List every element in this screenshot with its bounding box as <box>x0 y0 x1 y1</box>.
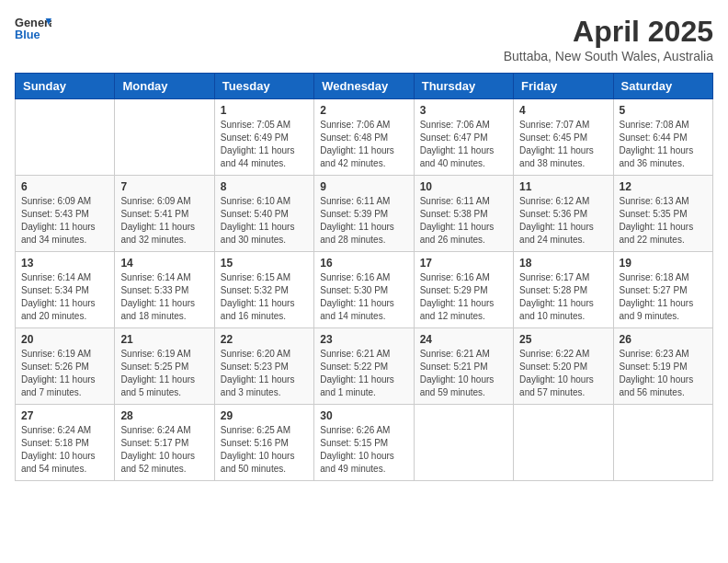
day-info: Sunrise: 6:14 AM Sunset: 5:33 PM Dayligh… <box>120 271 208 323</box>
day-info: Sunrise: 6:14 AM Sunset: 5:34 PM Dayligh… <box>21 271 108 323</box>
calendar-cell: 18Sunrise: 6:17 AM Sunset: 5:28 PM Dayli… <box>514 252 613 328</box>
location: Buttaba, New South Wales, Australia <box>504 49 713 63</box>
calendar-table: SundayMondayTuesdayWednesdayThursdayFrid… <box>15 73 713 481</box>
day-header-tuesday: Tuesday <box>214 74 313 99</box>
calendar-cell: 7Sunrise: 6:09 AM Sunset: 5:41 PM Daylig… <box>115 176 214 252</box>
day-number: 2 <box>320 104 407 117</box>
day-info: Sunrise: 7:06 AM Sunset: 6:47 PM Dayligh… <box>420 119 507 170</box>
day-info: Sunrise: 7:06 AM Sunset: 6:48 PM Dayligh… <box>320 119 407 170</box>
calendar-cell: 28Sunrise: 6:24 AM Sunset: 5:17 PM Dayli… <box>115 405 214 481</box>
day-number: 11 <box>519 180 607 193</box>
day-number: 12 <box>620 180 707 193</box>
day-number: 23 <box>320 333 407 346</box>
day-info: Sunrise: 7:08 AM Sunset: 6:44 PM Dayligh… <box>620 119 707 170</box>
day-number: 14 <box>120 257 208 270</box>
day-info: Sunrise: 6:17 AM Sunset: 5:28 PM Dayligh… <box>519 271 607 323</box>
calendar-cell: 12Sunrise: 6:13 AM Sunset: 5:35 PM Dayli… <box>613 176 712 252</box>
day-header-sunday: Sunday <box>16 74 115 99</box>
day-header-friday: Friday <box>514 74 613 99</box>
day-info: Sunrise: 6:16 AM Sunset: 5:30 PM Dayligh… <box>320 271 407 323</box>
day-number: 6 <box>21 180 108 193</box>
day-number: 26 <box>620 333 707 346</box>
calendar-cell: 25Sunrise: 6:22 AM Sunset: 5:20 PM Dayli… <box>514 328 613 405</box>
day-header-saturday: Saturday <box>613 74 712 99</box>
day-number: 28 <box>120 409 208 422</box>
day-number: 7 <box>120 180 208 193</box>
day-number: 20 <box>21 333 108 346</box>
calendar-cell: 6Sunrise: 6:09 AM Sunset: 5:43 PM Daylig… <box>16 176 115 252</box>
calendar-cell: 27Sunrise: 6:24 AM Sunset: 5:18 PM Dayli… <box>16 405 115 481</box>
calendar-cell: 21Sunrise: 6:19 AM Sunset: 5:25 PM Dayli… <box>115 328 214 405</box>
day-info: Sunrise: 6:19 AM Sunset: 5:25 PM Dayligh… <box>120 348 208 399</box>
day-number: 15 <box>221 257 308 270</box>
calendar-week-row: 20Sunrise: 6:19 AM Sunset: 5:26 PM Dayli… <box>16 328 713 405</box>
day-header-wednesday: Wednesday <box>314 74 414 99</box>
month-year: April 2025 <box>504 15 713 49</box>
day-info: Sunrise: 6:21 AM Sunset: 5:21 PM Dayligh… <box>420 348 507 399</box>
day-number: 5 <box>620 104 707 117</box>
calendar-cell: 23Sunrise: 6:21 AM Sunset: 5:22 PM Dayli… <box>314 328 414 405</box>
calendar-cell: 22Sunrise: 6:20 AM Sunset: 5:23 PM Dayli… <box>214 328 313 405</box>
day-number: 9 <box>320 180 407 193</box>
day-info: Sunrise: 6:15 AM Sunset: 5:32 PM Dayligh… <box>221 271 308 323</box>
day-number: 10 <box>420 180 507 193</box>
day-number: 24 <box>420 333 507 346</box>
day-info: Sunrise: 7:07 AM Sunset: 6:45 PM Dayligh… <box>519 119 607 170</box>
day-info: Sunrise: 6:24 AM Sunset: 5:18 PM Dayligh… <box>21 424 108 476</box>
day-info: Sunrise: 6:21 AM Sunset: 5:22 PM Dayligh… <box>320 348 407 399</box>
calendar-cell: 15Sunrise: 6:15 AM Sunset: 5:32 PM Dayli… <box>214 252 313 328</box>
calendar-cell: 9Sunrise: 6:11 AM Sunset: 5:39 PM Daylig… <box>314 176 414 252</box>
page-header: General Blue April 2025 Buttaba, New Sou… <box>15 15 713 63</box>
calendar-cell: 26Sunrise: 6:23 AM Sunset: 5:19 PM Dayli… <box>613 328 712 405</box>
day-info: Sunrise: 6:20 AM Sunset: 5:23 PM Dayligh… <box>221 348 308 399</box>
day-info: Sunrise: 6:19 AM Sunset: 5:26 PM Dayligh… <box>21 348 108 399</box>
calendar-cell: 4Sunrise: 7:07 AM Sunset: 6:45 PM Daylig… <box>514 99 613 176</box>
calendar-cell: 5Sunrise: 7:08 AM Sunset: 6:44 PM Daylig… <box>613 99 712 176</box>
day-info: Sunrise: 6:24 AM Sunset: 5:17 PM Dayligh… <box>120 424 208 476</box>
calendar-cell: 11Sunrise: 6:12 AM Sunset: 5:36 PM Dayli… <box>514 176 613 252</box>
calendar-header-row: SundayMondayTuesdayWednesdayThursdayFrid… <box>16 74 713 99</box>
svg-text:Blue: Blue <box>15 28 40 40</box>
logo-icon: General Blue <box>15 15 51 40</box>
day-number: 16 <box>320 257 407 270</box>
day-info: Sunrise: 6:16 AM Sunset: 5:29 PM Dayligh… <box>420 271 507 323</box>
day-header-thursday: Thursday <box>414 74 513 99</box>
calendar-cell: 17Sunrise: 6:16 AM Sunset: 5:29 PM Dayli… <box>414 252 513 328</box>
calendar-week-row: 13Sunrise: 6:14 AM Sunset: 5:34 PM Dayli… <box>16 252 713 328</box>
day-info: Sunrise: 6:26 AM Sunset: 5:15 PM Dayligh… <box>320 424 407 476</box>
calendar-cell: 2Sunrise: 7:06 AM Sunset: 6:48 PM Daylig… <box>314 99 414 176</box>
calendar-cell: 19Sunrise: 6:18 AM Sunset: 5:27 PM Dayli… <box>613 252 712 328</box>
calendar-week-row: 27Sunrise: 6:24 AM Sunset: 5:18 PM Dayli… <box>16 405 713 481</box>
calendar-cell: 24Sunrise: 6:21 AM Sunset: 5:21 PM Dayli… <box>414 328 513 405</box>
logo: General Blue <box>15 15 51 40</box>
calendar-cell <box>613 405 712 481</box>
calendar-cell: 20Sunrise: 6:19 AM Sunset: 5:26 PM Dayli… <box>16 328 115 405</box>
calendar-cell: 10Sunrise: 6:11 AM Sunset: 5:38 PM Dayli… <box>414 176 513 252</box>
calendar-cell: 16Sunrise: 6:16 AM Sunset: 5:30 PM Dayli… <box>314 252 414 328</box>
calendar-week-row: 1Sunrise: 7:05 AM Sunset: 6:49 PM Daylig… <box>16 99 713 176</box>
day-number: 21 <box>120 333 208 346</box>
day-number: 19 <box>620 257 707 270</box>
day-number: 13 <box>21 257 108 270</box>
calendar-week-row: 6Sunrise: 6:09 AM Sunset: 5:43 PM Daylig… <box>16 176 713 252</box>
calendar-cell: 14Sunrise: 6:14 AM Sunset: 5:33 PM Dayli… <box>115 252 214 328</box>
calendar-cell <box>16 99 115 176</box>
calendar-cell: 3Sunrise: 7:06 AM Sunset: 6:47 PM Daylig… <box>414 99 513 176</box>
day-number: 18 <box>519 257 607 270</box>
day-info: Sunrise: 6:09 AM Sunset: 5:41 PM Dayligh… <box>120 195 208 247</box>
day-info: Sunrise: 6:11 AM Sunset: 5:39 PM Dayligh… <box>320 195 407 247</box>
day-number: 1 <box>221 104 308 117</box>
day-number: 25 <box>519 333 607 346</box>
calendar-cell: 29Sunrise: 6:25 AM Sunset: 5:16 PM Dayli… <box>214 405 313 481</box>
day-number: 22 <box>221 333 308 346</box>
day-header-monday: Monday <box>115 74 214 99</box>
day-number: 3 <box>420 104 507 117</box>
day-info: Sunrise: 6:09 AM Sunset: 5:43 PM Dayligh… <box>21 195 108 247</box>
day-info: Sunrise: 6:25 AM Sunset: 5:16 PM Dayligh… <box>221 424 308 476</box>
title-block: April 2025 Buttaba, New South Wales, Aus… <box>504 15 713 63</box>
day-info: Sunrise: 6:12 AM Sunset: 5:36 PM Dayligh… <box>519 195 607 247</box>
day-number: 29 <box>221 409 308 422</box>
day-number: 4 <box>519 104 607 117</box>
calendar-cell <box>414 405 513 481</box>
day-number: 30 <box>320 409 407 422</box>
